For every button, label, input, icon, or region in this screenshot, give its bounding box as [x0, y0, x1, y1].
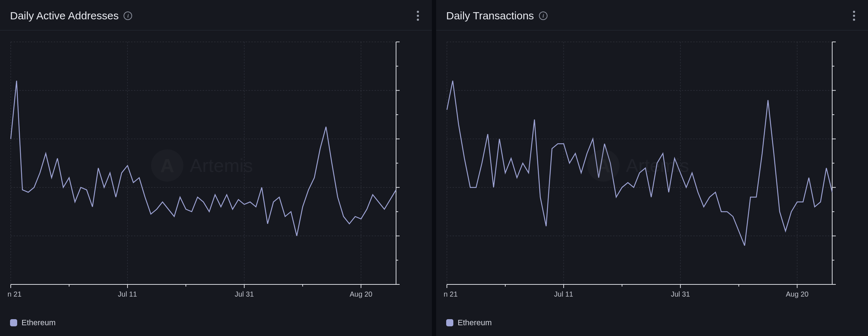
kebab-menu-icon[interactable]	[850, 8, 858, 24]
line-chart: 200K300K400K500K600K700KJun 21Jul 11Jul …	[7, 38, 400, 307]
svg-text:Jun 21: Jun 21	[443, 290, 458, 298]
line-chart: 900K1M1.1M1.2M1.3M1.4MJun 21Jul 11Jul 31…	[443, 38, 836, 307]
chart-title: Daily Transactions	[446, 10, 534, 22]
info-icon[interactable]: i	[124, 11, 132, 20]
legend-swatch	[10, 319, 17, 326]
title-group: Daily Active Addresses i	[10, 10, 132, 22]
panel-daily-transactions: Daily Transactions i A Artemis 900K1M1.1…	[436, 0, 868, 336]
svg-text:Aug 20: Aug 20	[786, 290, 808, 298]
chart-title: Daily Active Addresses	[10, 10, 119, 22]
svg-text:Aug 20: Aug 20	[349, 290, 372, 298]
legend-label: Ethereum	[458, 318, 492, 327]
svg-text:Jun 21: Jun 21	[7, 290, 21, 298]
chart-area: A Artemis 900K1M1.1M1.2M1.3M1.4MJun 21Ju…	[436, 30, 868, 314]
legend[interactable]: Ethereum	[436, 314, 868, 336]
kebab-menu-icon[interactable]	[414, 8, 422, 24]
svg-text:Jul 11: Jul 11	[118, 290, 137, 298]
legend[interactable]: Ethereum	[0, 314, 432, 336]
info-icon[interactable]: i	[539, 11, 548, 20]
legend-label: Ethereum	[21, 318, 56, 327]
title-group: Daily Transactions i	[446, 10, 548, 22]
panel-header: Daily Transactions i	[436, 0, 868, 30]
chart-area: A Artemis 200K300K400K500K600K700KJun 21…	[0, 30, 432, 314]
panel-header: Daily Active Addresses i	[0, 0, 432, 30]
panel-daily-active-addresses: Daily Active Addresses i A Artemis 200K3…	[0, 0, 432, 336]
legend-swatch	[446, 319, 453, 326]
svg-text:Jul 31: Jul 31	[235, 290, 254, 298]
svg-text:Jul 11: Jul 11	[554, 290, 573, 298]
svg-text:Jul 31: Jul 31	[671, 290, 690, 298]
